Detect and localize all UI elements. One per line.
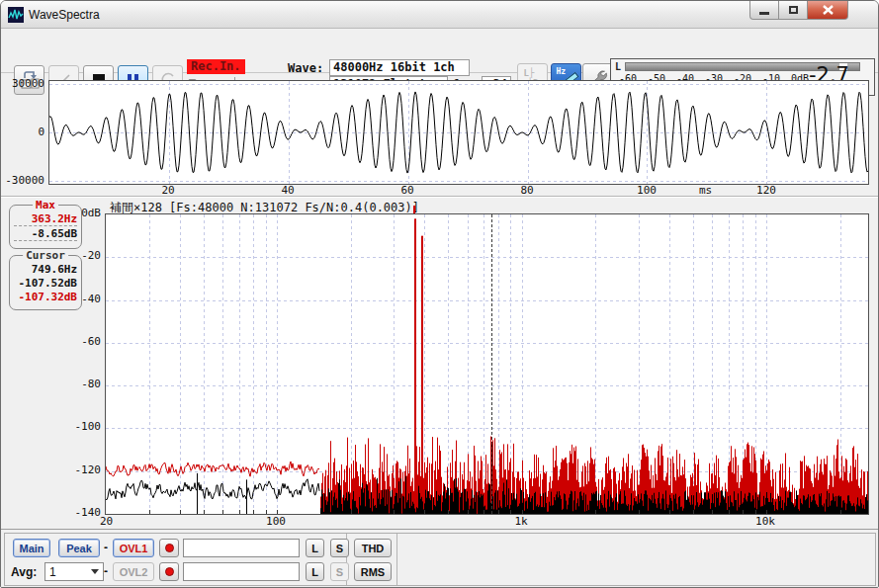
spec-xtick: 10k [755,515,775,528]
max-box-label: Max [33,199,58,211]
wave-ymin-label: -30000 [5,174,44,187]
close-button[interactable] [807,1,848,20]
panel-divider [1,196,878,198]
spectrum-chart[interactable] [105,213,869,515]
record-icon [165,567,174,576]
close-icon [823,5,834,15]
wave-ymax-label: 30000 [5,77,44,90]
rms-button[interactable]: RMS [354,562,392,581]
window-title: WaveSpectra [29,8,100,22]
spec-xtick: 20 [100,515,113,528]
wave-format-field: 48000Hz 16bit 1ch [329,59,470,76]
avg-select[interactable]: 1 [44,562,104,581]
ovl2-save-button[interactable]: S [330,562,349,581]
ovl1-file-field[interactable] [183,539,300,557]
waveform-chart[interactable] [48,80,869,185]
record-icon [165,544,174,552]
cursor-main-level-value: -107.52dB [14,277,77,290]
rec-in-badge: Rec.In. [187,59,245,74]
spec-ytick: -120 [61,463,101,476]
peak-button[interactable]: Peak [58,539,100,557]
spec-ytick: 0dB [61,207,101,219]
spec-ytick: -140 [61,506,101,519]
minimize-icon [759,12,769,15]
spec-xtick: 1k [514,515,527,528]
chevron-down-icon [91,569,99,574]
minimize-button[interactable] [749,1,779,20]
ovl1-load-button[interactable]: L [306,539,324,557]
avg-label: Avg: [11,565,37,579]
bottom-control-bar: Main Peak - OVL1 L S THD Avg: 1 - OVL2 L… [1,529,878,588]
app-icon [8,7,24,23]
ovl2-load-button[interactable]: L [306,562,324,581]
maximize-icon [789,6,798,14]
spec-ytick: -100 [61,420,101,433]
ovl2-file-field[interactable] [183,562,300,581]
thd-button[interactable]: THD [354,539,392,557]
avg-value: 1 [45,565,91,579]
meter-left-label: L [615,61,621,72]
spec-ytick: -20 [61,249,101,262]
dash-label: - [104,541,108,554]
app-window: WaveSpectra [0,0,879,588]
spec-ytick: -80 [61,378,101,390]
dash-label: - [104,564,108,578]
separator [396,534,397,585]
ovl2-button[interactable]: OVL2 [113,562,154,581]
ovl1-save-button[interactable]: S [330,539,349,557]
ovl1-record-button[interactable] [159,539,179,557]
spec-xtick: 100 [266,515,286,528]
max-peak-marker [413,206,415,213]
max-level-value: -8.65dB [14,227,77,241]
toolbar: Rec.In. Wave: 48000Hz 16bit 1ch FFT: 131… [1,29,878,73]
ovl1-button[interactable]: OVL1 [113,539,154,557]
wave-label: Wave: [288,61,323,75]
main-button[interactable]: Main [13,539,50,557]
cursor-frequency-value: 749.6Hz [14,263,77,276]
maximize-button[interactable] [778,1,808,20]
title-bar[interactable]: WaveSpectra [1,1,878,29]
spec-ytick: -60 [61,335,101,348]
ovl2-record-button[interactable] [159,562,179,581]
wave-ymid-label: 0 [5,126,44,138]
spec-ytick: -40 [61,293,101,305]
